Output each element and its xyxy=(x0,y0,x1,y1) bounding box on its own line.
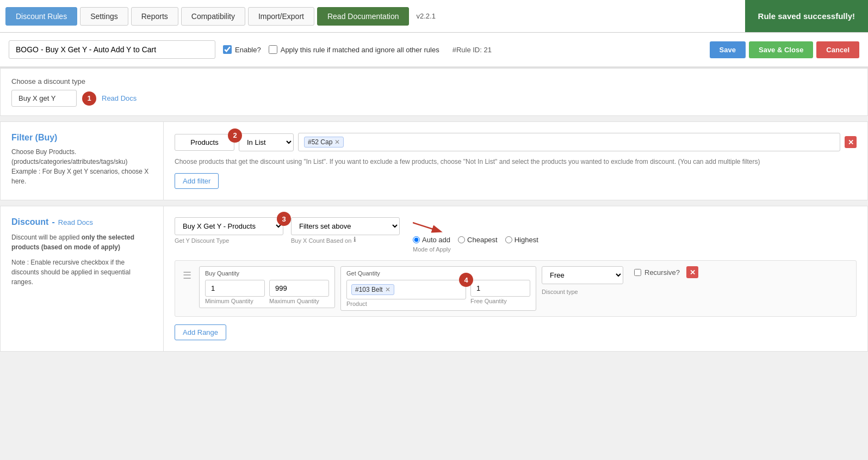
info-icon: ℹ xyxy=(354,236,356,243)
quantity-range-row: ☰ Buy Quantity Minimum Quantity Ma xyxy=(175,260,857,317)
product-label: Product xyxy=(346,300,466,307)
buy-x-count-select[interactable]: Filters set above Custom xyxy=(291,217,400,235)
filter-condition-select[interactable]: In List Not In List xyxy=(239,133,294,151)
auto-add-radio[interactable] xyxy=(413,236,420,243)
product-tag-remove-icon[interactable]: ✕ xyxy=(385,286,390,293)
filter-right-col: Products 2 In List Not In List #52 Cap ✕… xyxy=(164,122,867,200)
discount-type-label: Discount type xyxy=(542,289,623,295)
recursive-label: Recursive? xyxy=(644,268,680,277)
step-1-badge: 1 xyxy=(82,91,96,106)
rule-saved-banner: Rule saved successfully! xyxy=(745,0,868,32)
rule-id: #Rule ID: 21 xyxy=(452,46,492,54)
enable-checkbox[interactable] xyxy=(223,45,232,54)
discount-desc2: Note : Enable recursive checkbox if the … xyxy=(11,259,131,286)
highest-radio-label[interactable]: Highest xyxy=(505,236,538,244)
discount-right-col: 3 Buy X Get Y - Products Get Y Discount … xyxy=(164,206,867,351)
range-remove-button[interactable]: ✕ xyxy=(686,266,698,278)
mode-of-apply-group: Auto add Cheapest Highest xyxy=(413,236,538,244)
add-range-button[interactable]: Add Range xyxy=(175,324,226,340)
filter-description: Choose Buy Products. (products/categorie… xyxy=(11,147,152,186)
tag-chip-52-cap: #52 Cap ✕ xyxy=(304,137,344,148)
discount-type-select[interactable]: Free Percentage Fixed xyxy=(542,266,623,284)
version-label: v2.2.1 xyxy=(416,12,435,20)
buy-x-count-label: Buy X Count Based on xyxy=(291,237,351,244)
buy-get-select[interactable]: Buy X Get Y - Products xyxy=(175,217,283,235)
min-quantity-label: Minimum Quantity xyxy=(205,298,265,304)
step-3-badge: 3 xyxy=(277,212,291,226)
filter-tags-input[interactable]: #52 Cap ✕ xyxy=(298,133,840,151)
apply-ignore-label: Apply this rule if matched and ignore al… xyxy=(281,46,439,54)
tab-settings[interactable]: Settings xyxy=(80,7,128,26)
save-button[interactable]: Save xyxy=(710,41,746,58)
discount-type-group: Free Percentage Fixed Discount type xyxy=(542,266,623,295)
step-4-badge: 4 xyxy=(459,273,473,287)
product-tag-chip: #103 Belt ✕ xyxy=(351,284,394,295)
filter-type-button[interactable]: Products xyxy=(175,134,234,151)
auto-add-radio-label[interactable]: Auto add xyxy=(413,236,450,244)
recursive-checkbox[interactable] xyxy=(634,269,641,276)
discount-type-label: Choose a discount type xyxy=(11,77,857,85)
max-quantity-label: Maximum Quantity xyxy=(269,298,329,304)
free-quantity-label: Free Quantity xyxy=(470,298,530,304)
min-quantity-input[interactable] xyxy=(205,280,265,297)
tab-reports[interactable]: Reports xyxy=(131,7,178,26)
svg-line-1 xyxy=(413,223,440,231)
product-tag-input[interactable]: #103 Belt ✕ 4 xyxy=(346,280,466,299)
tab-compatibility[interactable]: Compatibility xyxy=(181,7,245,26)
rule-name-input[interactable] xyxy=(9,40,215,59)
tab-read-documentation[interactable]: Read Documentation xyxy=(317,7,410,26)
recursive-group: Recursive? ✕ xyxy=(634,266,698,278)
buy-quantity-group: Buy Quantity Minimum Quantity Maximum Qu… xyxy=(199,266,335,308)
get-y-discount-type-label: Get Y Discount Type xyxy=(175,237,283,244)
discount-desc1: Discount will be applied only the select… xyxy=(11,234,134,251)
cancel-button[interactable]: Cancel xyxy=(816,41,859,58)
discount-section: Discount - Read Docs Discount will be ap… xyxy=(0,206,868,352)
top-navigation: Discount Rules Settings Reports Compatib… xyxy=(0,0,868,33)
cheapest-radio-label[interactable]: Cheapest xyxy=(458,236,498,244)
get-quantity-title: Get Quantity xyxy=(346,270,530,277)
arrow-annotation xyxy=(413,217,445,234)
tab-discount-rules[interactable]: Discount Rules xyxy=(5,7,77,26)
max-quantity-input[interactable] xyxy=(269,280,329,297)
header-buttons: Save Save & Close Cancel xyxy=(710,41,859,58)
discount-read-docs-link[interactable]: Read Docs xyxy=(58,218,93,226)
filter-left-col: Filter (Buy) Choose Buy Products. (produ… xyxy=(1,122,164,200)
highest-radio[interactable] xyxy=(505,236,512,243)
filter-section: Filter (Buy) Choose Buy Products. (produ… xyxy=(0,121,868,200)
buy-quantity-title: Buy Quantity xyxy=(205,270,329,277)
tab-import-export[interactable]: Import/Export xyxy=(248,7,314,26)
discount-section-title: Discount xyxy=(11,217,48,227)
read-docs-link-1[interactable]: Read Docs xyxy=(102,94,137,102)
filter-remove-button[interactable]: ✕ xyxy=(845,136,857,148)
discount-type-section: Choose a discount type Buy X get Y 1 Rea… xyxy=(0,68,868,116)
rule-name-section: Enable? Apply this rule if matched and i… xyxy=(0,33,868,68)
filter-hint: Choose products that get the discount us… xyxy=(175,157,857,167)
filter-title: Filter (Buy) xyxy=(11,133,152,143)
apply-ignore-checkbox[interactable] xyxy=(269,45,277,54)
save-close-button[interactable]: Save & Close xyxy=(749,41,813,58)
step-2-badge: 2 xyxy=(228,128,242,143)
discount-left-col: Discount - Read Docs Discount will be ap… xyxy=(1,206,164,351)
get-quantity-group: Get Quantity #103 Belt ✕ 4 xyxy=(340,266,536,311)
add-filter-button[interactable]: Add filter xyxy=(175,173,219,189)
mode-of-apply-label: Mode of Apply xyxy=(413,246,538,253)
cheapest-radio[interactable] xyxy=(458,236,465,243)
drag-handle[interactable]: ☰ xyxy=(181,266,194,285)
discount-type-value: Buy X get Y xyxy=(11,90,77,107)
tag-remove-icon[interactable]: ✕ xyxy=(334,138,340,146)
free-quantity-input[interactable] xyxy=(470,280,530,297)
enable-label: Enable? xyxy=(235,46,261,54)
